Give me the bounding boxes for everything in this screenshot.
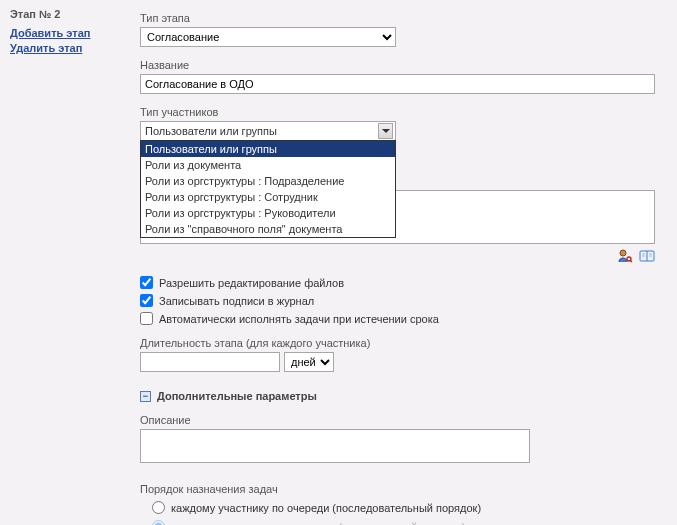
participants-type-select[interactable]: Пользователи или группы xyxy=(140,121,396,141)
log-signatures-label: Записывать подписи в журнал xyxy=(159,295,314,307)
extra-params-label: Дополнительные параметры xyxy=(157,390,317,402)
add-stage-link[interactable]: Добавить этап xyxy=(10,26,140,41)
allow-edit-files-checkbox[interactable] xyxy=(140,276,153,289)
assign-sequential-label: каждому участнику по очереди (последоват… xyxy=(171,502,481,514)
log-signatures-checkbox[interactable] xyxy=(140,294,153,307)
stage-number-label: Этап № 2 xyxy=(10,8,140,20)
duration-label: Длительность этапа (для каждого участник… xyxy=(140,337,667,349)
book-icon[interactable] xyxy=(639,248,655,264)
dropdown-option[interactable]: Роли из оргструктуры : Руководители xyxy=(141,205,395,221)
stage-name-label: Название xyxy=(140,59,667,71)
allow-edit-files-label: Разрешить редактирование файлов xyxy=(159,277,344,289)
description-label: Описание xyxy=(140,414,667,426)
participants-type-value: Пользователи или группы xyxy=(145,125,277,137)
auto-execute-label: Автоматически исполнять задачи при истеч… xyxy=(159,313,439,325)
delete-stage-link[interactable]: Удалить этап xyxy=(10,41,140,56)
svg-point-0 xyxy=(620,250,626,256)
dropdown-option[interactable]: Пользователи или группы xyxy=(141,141,395,157)
dropdown-option[interactable]: Роли из оргструктуры : Сотрудник xyxy=(141,189,395,205)
stage-name-input[interactable] xyxy=(140,74,655,94)
duration-input[interactable] xyxy=(140,352,280,372)
dropdown-option[interactable]: Роли из оргструктуры : Подразделение xyxy=(141,173,395,189)
assign-sequential-radio[interactable] xyxy=(152,501,165,514)
stage-type-label: Тип этапа xyxy=(140,12,667,24)
description-textarea[interactable] xyxy=(140,429,530,463)
assign-parallel-label: всем участникам одновременно (параллельн… xyxy=(171,521,465,526)
auto-execute-checkbox[interactable] xyxy=(140,312,153,325)
chevron-down-icon xyxy=(378,123,393,139)
dropdown-option[interactable]: Роли из документа xyxy=(141,157,395,173)
assign-order-label: Порядок назначения задач xyxy=(140,483,667,495)
dropdown-option[interactable]: Роли из "справочного поля" документа xyxy=(141,221,395,237)
stage-type-select[interactable]: Согласование xyxy=(140,27,396,47)
extra-params-toggle[interactable]: − Дополнительные параметры xyxy=(140,390,667,402)
participants-type-label: Тип участников xyxy=(140,106,667,118)
assign-parallel-radio[interactable] xyxy=(152,520,165,525)
user-key-icon[interactable] xyxy=(617,248,633,264)
duration-unit-select[interactable]: дней xyxy=(284,352,334,372)
minus-icon: − xyxy=(140,391,151,402)
participants-dropdown-list: Пользователи или группы Роли из документ… xyxy=(140,140,396,238)
